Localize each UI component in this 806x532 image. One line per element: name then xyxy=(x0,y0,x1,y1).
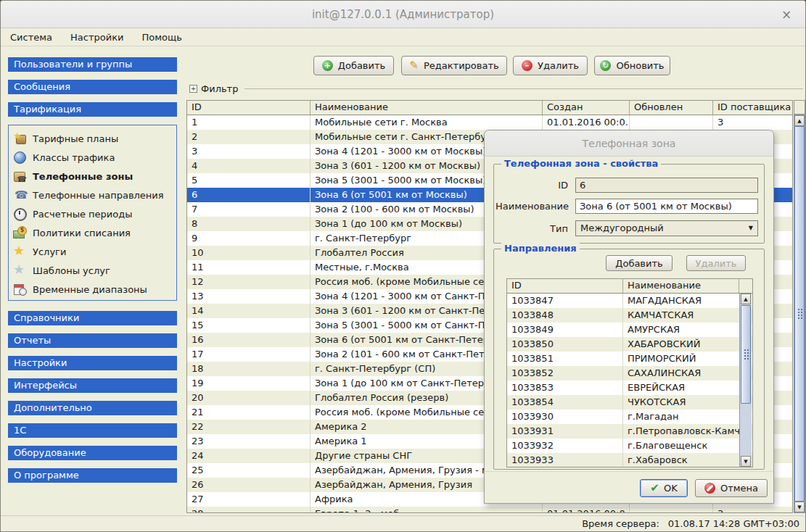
sidebar-section[interactable]: Интерфейсы xyxy=(8,378,177,393)
directions-delete-button[interactable]: Удалить xyxy=(686,255,746,271)
sidebar-section-users[interactable]: Пользователи и группы xyxy=(8,57,177,72)
direction-name: САХАЛИНСКАЯ xyxy=(623,366,752,381)
sidebar-item-icon xyxy=(13,170,27,183)
sidebar-section-tarification[interactable]: Тарификация xyxy=(8,102,177,117)
directions-column-id[interactable]: ID xyxy=(507,279,623,293)
vertical-scrollbar[interactable]: ▲ ▼ xyxy=(794,115,805,513)
dialog-body: Телефонная зона - свойства ID 6 Наименов… xyxy=(485,157,773,503)
directions-row[interactable]: 1033852 САХАЛИНСКАЯ xyxy=(507,366,752,381)
menu-item[interactable]: Настройки xyxy=(64,30,130,45)
directions-row[interactable]: 1033853 ЕВРЕЙСКАЯ xyxy=(507,381,752,395)
cell-id: 2 xyxy=(187,130,311,144)
directions-scrollbar[interactable]: ▲ ▼ xyxy=(739,294,752,467)
server-time-value: 01.08.17 14:28 GMT+03:00 xyxy=(668,518,799,529)
ok-button[interactable]: ✔ OK xyxy=(640,479,688,497)
directions-row[interactable]: 1033849 АМУРСКАЯ xyxy=(507,323,752,337)
dialog-footer: ✔ OK Отмена xyxy=(485,471,773,503)
sidebar-item[interactable]: Тарифные планы xyxy=(13,129,176,148)
sidebar-section[interactable]: О программе xyxy=(8,468,177,483)
close-icon[interactable]: × xyxy=(779,7,794,22)
sidebar-item-label: Временные диапазоны xyxy=(33,284,147,295)
cell-id: 23 xyxy=(187,434,311,449)
scroll-up-icon[interactable]: ▲ xyxy=(794,115,805,126)
name-field[interactable]: Зона 6 (от 5001 км от Москвы) xyxy=(575,199,758,214)
directions-row[interactable]: 1033932 г.Благовещенск xyxy=(507,439,752,453)
plus-icon: + xyxy=(322,60,333,71)
sidebar-item[interactable]: Политики списания xyxy=(13,223,176,242)
sidebar-section[interactable]: Настройки xyxy=(8,356,177,370)
directions-row[interactable]: 1033847 МАГАДАНСКАЯ xyxy=(507,294,752,308)
sidebar-item-label: Шаблоны услуг xyxy=(33,265,110,276)
cell-id: 6 xyxy=(187,188,311,202)
cell-updated xyxy=(630,507,713,513)
direction-id: 1033853 xyxy=(507,381,623,395)
add-button[interactable]: + Добавить xyxy=(313,56,394,75)
cell-id: 25 xyxy=(187,463,311,478)
directions-row[interactable]: 1033854 ЧУКОТСКАЯ xyxy=(507,395,752,410)
scroll-up-icon[interactable]: ▲ xyxy=(741,294,751,304)
sidebar-section[interactable]: Справочники xyxy=(8,311,177,325)
column-header-name[interactable]: Наименование xyxy=(311,101,543,115)
id-field[interactable]: 6 xyxy=(575,178,758,193)
sidebar-section[interactable]: 1С xyxy=(8,423,177,438)
directions-row[interactable]: 1033850 ХАБАРОВСКИЙ xyxy=(507,337,752,352)
directions-row[interactable]: 1033851 ПРИМОРСКИЙ xyxy=(507,352,752,366)
refresh-button[interactable]: ↻ Обновить xyxy=(594,56,670,75)
sidebar-item[interactable]: Услуги xyxy=(13,242,176,261)
column-header-supplier[interactable]: ID поставщика xyxy=(713,101,792,115)
menu-item[interactable]: Система xyxy=(4,30,59,45)
directions-row[interactable]: 1033933 г.Хабаровск xyxy=(507,453,752,467)
sidebar-item-icon xyxy=(13,151,27,164)
column-header-created[interactable]: Создан xyxy=(543,101,630,115)
sidebar-item[interactable]: Шаблоны услуг xyxy=(13,261,176,280)
title-bar: init@127.0.0.1 (Администратор) × xyxy=(1,1,805,28)
scroll-down-icon[interactable]: ▼ xyxy=(794,502,805,512)
cell-id: 13 xyxy=(187,289,311,304)
direction-id: 1033848 xyxy=(507,308,623,323)
sidebar-item[interactable]: Классы трафика xyxy=(13,148,176,167)
type-dropdown-value: Междугородный xyxy=(580,221,664,236)
cell-id: 9 xyxy=(187,231,311,246)
sidebar-section[interactable]: Дополнительно xyxy=(8,401,177,415)
directions-group: Направления Добавить Удалить ID Наименов… xyxy=(493,249,765,470)
scrollbar-thumb[interactable] xyxy=(741,305,751,404)
filter-separator xyxy=(244,88,803,89)
cell-id: 5 xyxy=(187,173,311,188)
type-dropdown[interactable]: Междугородный ▼ xyxy=(575,220,758,236)
pencil-icon: ✎ xyxy=(409,60,419,71)
table-row[interactable]: 1 Мобильные сети г. Москва 01.01.2016 00… xyxy=(187,115,792,130)
scrollbar-thumb[interactable] xyxy=(794,126,805,502)
cancel-button[interactable]: Отмена xyxy=(695,479,768,497)
sidebar-item[interactable]: Телефонные зоны xyxy=(13,167,176,186)
edit-button[interactable]: ✎ Редактировать xyxy=(401,56,507,75)
sidebar-item-label: Услуги xyxy=(33,246,66,257)
expand-plus-icon[interactable] xyxy=(189,85,197,93)
sidebar-section[interactable]: Отчеты xyxy=(8,333,177,348)
sidebar-item[interactable]: Временные диапазоны xyxy=(13,280,176,299)
cell-id: 15 xyxy=(187,318,311,333)
sidebar-item[interactable]: Расчетные периоды xyxy=(13,204,176,223)
sidebar-item-icon xyxy=(13,207,27,220)
cell-id: 27 xyxy=(187,492,311,507)
table-row[interactable]: 28 Европа 1, 2 - моб... 01.01.2016 00:0.… xyxy=(187,507,792,513)
filter-label[interactable]: Фильтр xyxy=(201,83,238,94)
directions-row[interactable]: 1033931 г.Петропавловск-Камча... xyxy=(507,424,752,439)
sidebar-item-label: Расчетные периоды xyxy=(33,209,133,220)
direction-name: ЧУКОТСКАЯ xyxy=(623,395,752,410)
column-header-updated[interactable]: Обновлен xyxy=(630,101,713,115)
directions-row[interactable]: 1033930 г.Магадан xyxy=(507,410,752,424)
menu-item[interactable]: Помощь xyxy=(135,30,188,45)
table-corner-cell xyxy=(794,100,805,115)
delete-button[interactable]: – Удалить xyxy=(513,56,588,75)
dialog-title-bar[interactable]: Телефонная зона xyxy=(485,130,773,157)
sidebar-section[interactable]: Оборудование xyxy=(8,446,177,460)
directions-column-name[interactable]: Наименование xyxy=(623,279,739,293)
cell-id: 3 xyxy=(187,144,311,159)
column-header-id[interactable]: ID xyxy=(187,101,311,115)
sidebar-section-messages[interactable]: Сообщения xyxy=(8,80,177,94)
directions-row[interactable]: 1033848 КАМЧАТСКАЯ xyxy=(507,308,752,323)
sidebar-item[interactable]: Телефонные направления xyxy=(13,186,176,204)
directions-add-button[interactable]: Добавить xyxy=(606,255,673,271)
scroll-down-icon[interactable]: ▼ xyxy=(741,456,751,467)
direction-id: 1033852 xyxy=(507,366,623,381)
